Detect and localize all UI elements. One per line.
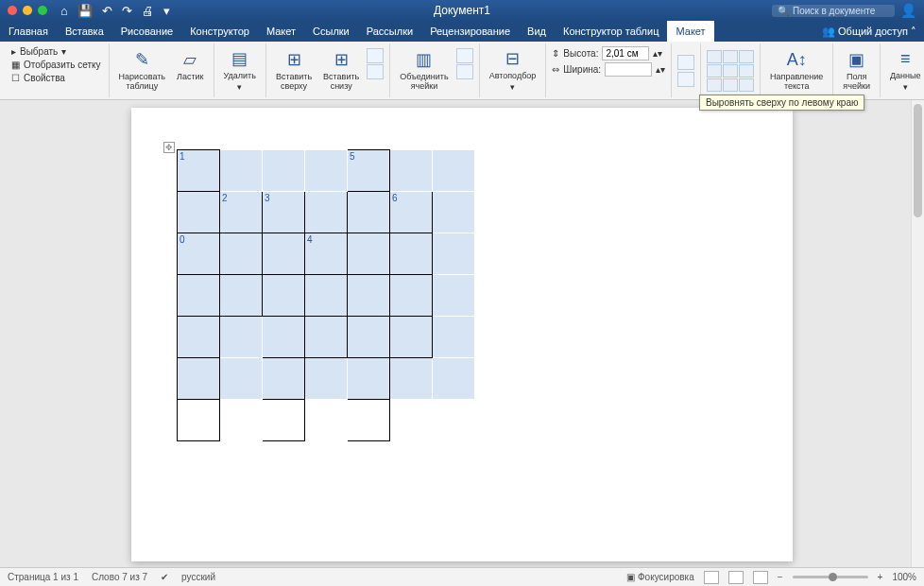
distribute-rows-icon[interactable]: [677, 55, 694, 70]
gridlines-button[interactable]: ▦ Отобразить сетку: [9, 59, 103, 71]
home-icon[interactable]: ⌂: [60, 4, 68, 18]
undo-icon[interactable]: ↶: [102, 4, 112, 18]
window-controls: [0, 6, 47, 15]
save-icon[interactable]: 💾: [77, 4, 93, 18]
zoom-slider[interactable]: [793, 576, 868, 578]
margins-icon: ▣: [847, 50, 867, 71]
draw-table-button[interactable]: ✎Нарисовать таблицу: [115, 48, 169, 94]
pencil-icon: ✎: [131, 50, 152, 71]
word-count[interactable]: Слово 7 из 7: [92, 572, 147, 582]
eraser-button[interactable]: ▱Ластик: [173, 48, 208, 84]
page[interactable]: ✥ 1 5 23 6 04: [131, 108, 793, 561]
view-web-icon[interactable]: [753, 571, 768, 584]
properties-button[interactable]: ☐ Свойства: [9, 72, 103, 84]
height-input[interactable]: [602, 46, 649, 60]
zoom-value[interactable]: 100%: [892, 572, 916, 582]
search-input[interactable]: 🔍 Поиск в документе: [772, 5, 895, 17]
insert-above-button[interactable]: ⊞Вставить сверху: [272, 48, 316, 94]
eraser-icon: ▱: [180, 50, 200, 71]
text-direction-icon: A↕: [786, 50, 807, 71]
workspace: ✥ 1 5 23 6 04: [0, 100, 924, 567]
width-stepper[interactable]: ▴▾: [656, 64, 665, 75]
merge-icon: ▥: [414, 50, 435, 71]
insert-above-icon: ⊞: [283, 50, 304, 71]
document-title: Документ1: [434, 4, 490, 17]
close-window[interactable]: [8, 6, 17, 15]
minimize-window[interactable]: [23, 6, 32, 15]
distribute-cols-icon[interactable]: [677, 72, 694, 87]
select-button[interactable]: ▸ Выбрать ▾: [9, 45, 103, 58]
alignment-grid[interactable]: [707, 50, 754, 92]
share-button[interactable]: 👥 Общий доступ ˄: [822, 26, 916, 38]
vertical-scrollbar[interactable]: [911, 100, 924, 567]
quick-access-toolbar: ⌂ 💾 ↶ ↷ 🖨 ▾: [60, 4, 170, 18]
qat-more-icon[interactable]: ▾: [163, 4, 170, 18]
delete-icon: ▤: [230, 49, 250, 70]
tab-mailings[interactable]: Рассылки: [358, 21, 421, 42]
scrollbar-thumb[interactable]: [914, 104, 922, 217]
tab-table-layout[interactable]: Макет: [667, 21, 713, 42]
tab-draw[interactable]: Рисование: [112, 21, 181, 42]
data-icon: ≡: [895, 49, 915, 70]
zoom-in[interactable]: +: [878, 572, 883, 582]
account-icon[interactable]: 👤: [900, 3, 916, 18]
tab-design[interactable]: Конструктор: [181, 21, 258, 42]
search-placeholder: Поиск в документе: [793, 6, 875, 16]
titlebar: ⌂ 💾 ↶ ↷ 🖨 ▾ Документ1 🔍 Поиск в документ…: [0, 0, 924, 21]
insert-right-icon[interactable]: [367, 64, 384, 79]
ribbon-tabs: Главная Вставка Рисование Конструктор Ма…: [0, 21, 924, 42]
width-icon: ⇔: [552, 64, 559, 75]
tab-view[interactable]: Вид: [519, 21, 555, 42]
delete-button[interactable]: ▤Удалить▾: [220, 47, 260, 95]
table-move-handle[interactable]: ✥: [163, 142, 175, 153]
split-table-icon[interactable]: [456, 64, 473, 79]
ribbon: ▸ Выбрать ▾ ▦ Отобразить сетку ☐ Свойств…: [0, 42, 924, 100]
text-direction-button[interactable]: A↕Направление текста: [766, 48, 827, 94]
view-read-icon[interactable]: [704, 571, 719, 584]
redo-icon[interactable]: ↷: [122, 4, 132, 18]
autofit-button[interactable]: ⊟Автоподбор▾: [486, 47, 540, 95]
tab-references[interactable]: Ссылки: [304, 21, 358, 42]
tooltip: Выровнять сверху по левому краю: [699, 95, 864, 111]
spellcheck-icon[interactable]: ✔: [161, 572, 168, 582]
width-input[interactable]: [605, 62, 652, 77]
split-cells-icon[interactable]: [456, 48, 473, 63]
zoom-out[interactable]: −: [778, 572, 783, 582]
search-icon: 🔍: [778, 6, 789, 16]
insert-left-icon[interactable]: [367, 48, 384, 63]
page-indicator[interactable]: Страница 1 из 1: [8, 572, 78, 582]
merge-cells-button[interactable]: ▥Объединить ячейки: [396, 48, 452, 94]
document-table[interactable]: 1 5 23 6 04: [177, 149, 475, 441]
print-icon[interactable]: 🖨: [142, 4, 154, 18]
status-bar: Страница 1 из 1 Слово 7 из 7 ✔ русский ▣…: [0, 567, 924, 586]
tab-home[interactable]: Главная: [0, 21, 57, 42]
zoom-window[interactable]: [38, 6, 47, 15]
autofit-icon: ⊟: [502, 49, 522, 70]
insert-below-button[interactable]: ⊞Вставить снизу: [319, 48, 363, 94]
tab-layout[interactable]: Макет: [258, 21, 304, 42]
tab-review[interactable]: Рецензирование: [421, 21, 519, 42]
tab-insert[interactable]: Вставка: [57, 21, 112, 42]
height-icon: ⇕: [552, 48, 559, 59]
data-button[interactable]: ≡Данные▾: [886, 47, 924, 95]
tab-table-design[interactable]: Конструктор таблиц: [555, 21, 667, 42]
insert-below-icon: ⊞: [331, 50, 351, 71]
height-stepper[interactable]: ▴▾: [653, 48, 662, 59]
language-indicator[interactable]: русский: [181, 572, 215, 582]
focus-mode[interactable]: ▣ Фокусировка: [626, 572, 694, 582]
view-print-icon[interactable]: [728, 571, 744, 584]
cell-margins-button[interactable]: ▣Поля ячейки: [839, 48, 874, 94]
